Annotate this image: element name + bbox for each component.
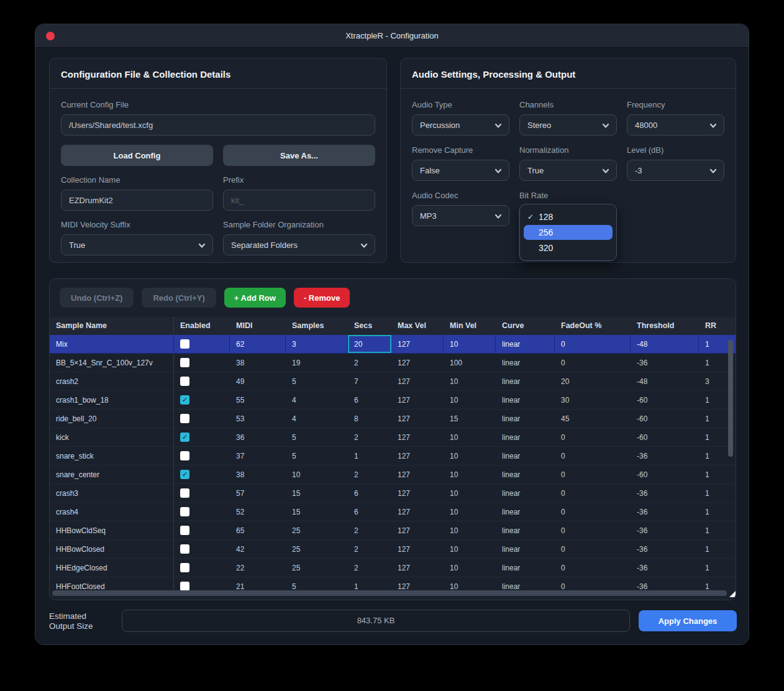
current-config-file-input[interactable] <box>61 114 375 135</box>
cell-min-vel[interactable]: 10 <box>444 447 496 465</box>
column-header-enabled[interactable]: Enabled <box>174 317 230 335</box>
cell-curve[interactable]: linear <box>496 484 555 502</box>
cell-rr[interactable]: 1 <box>699 503 736 521</box>
cell-secs[interactable]: 2 <box>348 521 391 539</box>
cell-max-vel[interactable]: 127 <box>391 484 444 502</box>
cell-threshold[interactable]: -60 <box>631 465 699 483</box>
cell-max-vel[interactable]: 127 <box>391 354 444 372</box>
cell-samples[interactable]: 25 <box>286 559 348 577</box>
frequency-select[interactable]: 48000 <box>627 114 724 135</box>
cell-fadeout-[interactable]: 45 <box>555 410 631 428</box>
enabled-checkbox[interactable]: ✓ <box>180 395 189 405</box>
column-header-threshold[interactable]: Threshold <box>631 317 699 335</box>
save-as-button[interactable]: Save As... <box>223 145 375 166</box>
close-button[interactable] <box>46 32 55 40</box>
sample-name-cell[interactable]: HHEdgeClosed <box>50 559 174 577</box>
cell-fadeout-[interactable]: 0 <box>555 354 631 372</box>
cell-curve[interactable]: linear <box>496 335 555 353</box>
cell-curve[interactable]: linear <box>496 372 555 390</box>
table-row[interactable]: snare_stick375112710linear0-361 <box>50 447 736 465</box>
cell-curve[interactable]: linear <box>496 559 555 577</box>
cell-midi[interactable]: 65 <box>230 521 286 539</box>
apply-changes-button[interactable]: Apply Changes <box>639 610 737 631</box>
cell-fadeout-[interactable]: 0 <box>555 559 631 577</box>
cell-threshold[interactable]: -60 <box>631 428 699 446</box>
undo-button[interactable]: Undo (Ctrl+Z) <box>60 288 134 308</box>
enabled-checkbox[interactable]: ✓ <box>180 470 189 479</box>
enabled-checkbox[interactable] <box>180 563 189 572</box>
cell-threshold[interactable]: -48 <box>631 372 699 390</box>
sample-name-cell[interactable]: kick <box>50 428 174 446</box>
sample-name-cell[interactable]: ride_bell_20 <box>50 410 174 428</box>
cell-curve[interactable]: linear <box>496 540 555 558</box>
cell-min-vel[interactable]: 10 <box>444 540 496 558</box>
channels-select[interactable]: Stereo <box>519 114 617 135</box>
enabled-checkbox[interactable] <box>180 451 189 460</box>
midi-velocity-suffix-select[interactable]: True <box>61 234 213 255</box>
sample-name-cell[interactable]: crash2 <box>50 372 174 390</box>
cell-fadeout-[interactable]: 0 <box>555 447 631 465</box>
cell-max-vel[interactable]: 127 <box>391 559 444 577</box>
cell-secs[interactable]: 7 <box>348 372 391 390</box>
enabled-checkbox[interactable] <box>180 488 189 498</box>
enabled-checkbox[interactable] <box>180 339 189 349</box>
sample-name-cell[interactable]: Mix <box>50 335 174 353</box>
column-header-max-vel[interactable]: Max Vel <box>391 317 444 335</box>
cell-fadeout-[interactable]: 0 <box>555 521 631 539</box>
enabled-checkbox[interactable] <box>180 544 189 554</box>
bit-rate-option-128[interactable]: ✓128 <box>524 209 613 224</box>
table-row[interactable]: Mix6232012710linear0-481 <box>50 335 736 354</box>
cell-secs[interactable]: 2 <box>348 540 391 558</box>
enabled-checkbox[interactable] <box>180 414 189 423</box>
cell-curve[interactable]: linear <box>496 465 555 483</box>
cell-min-vel[interactable]: 10 <box>444 391 496 409</box>
enabled-checkbox[interactable] <box>180 358 189 367</box>
table-row[interactable]: kick✓365212710linear0-601 <box>50 428 736 447</box>
cell-samples[interactable]: 5 <box>286 372 348 390</box>
column-header-secs[interactable]: Secs <box>348 317 391 335</box>
audio-type-select[interactable]: Percussion <box>412 114 509 135</box>
cell-min-vel[interactable]: 100 <box>444 354 496 372</box>
table-row[interactable]: BB_5×14_Snr_C_100v_127v38192127100linear… <box>50 354 736 372</box>
sample-name-cell[interactable]: BB_5×14_Snr_C_100v_127v <box>50 354 174 372</box>
cell-midi[interactable]: 52 <box>230 503 286 521</box>
column-header-rr[interactable]: RR <box>699 317 736 335</box>
cell-secs[interactable]: 8 <box>348 410 391 428</box>
cell-midi[interactable]: 49 <box>230 372 286 390</box>
enabled-checkbox[interactable]: ✓ <box>180 432 189 442</box>
enabled-checkbox[interactable] <box>180 582 189 591</box>
cell-threshold[interactable]: -60 <box>631 391 699 409</box>
cell-threshold[interactable]: -36 <box>631 521 699 539</box>
cell-samples[interactable]: 19 <box>286 354 348 372</box>
cell-samples[interactable]: 10 <box>286 465 348 483</box>
prefix-input[interactable] <box>223 190 375 211</box>
cell-min-vel[interactable]: 10 <box>444 428 496 446</box>
column-header-sample-name[interactable]: Sample Name <box>50 317 174 335</box>
cell-curve[interactable]: linear <box>496 447 555 465</box>
enabled-checkbox[interactable] <box>180 507 189 516</box>
cell-midi[interactable]: 42 <box>230 540 286 558</box>
sample-name-cell[interactable]: crash3 <box>50 484 174 502</box>
cell-max-vel[interactable]: 127 <box>391 410 444 428</box>
cell-max-vel[interactable]: 127 <box>391 391 444 409</box>
remove-row-button[interactable]: - Remove <box>294 288 350 308</box>
sample-folder-organization-select[interactable]: Separated Folders <box>223 234 375 255</box>
sample-name-cell[interactable]: crash4 <box>50 503 174 521</box>
add-row-button[interactable]: + Add Row <box>224 288 286 308</box>
cell-secs[interactable]: 2 <box>348 559 391 577</box>
cell-fadeout-[interactable]: 0 <box>555 428 631 446</box>
cell-fadeout-[interactable]: 20 <box>555 372 631 390</box>
cell-max-vel[interactable]: 127 <box>391 447 444 465</box>
cell-secs[interactable]: 1 <box>348 447 391 465</box>
cell-samples[interactable]: 5 <box>286 447 348 465</box>
cell-samples[interactable]: 5 <box>286 428 348 446</box>
cell-threshold[interactable]: -36 <box>631 484 699 502</box>
cell-max-vel[interactable]: 127 <box>391 503 444 521</box>
table-row[interactable]: crash35715612710linear0-361 <box>50 484 736 503</box>
cell-min-vel[interactable]: 10 <box>444 559 496 577</box>
cell-threshold[interactable]: -36 <box>631 503 699 521</box>
cell-curve[interactable]: linear <box>496 391 555 409</box>
cell-threshold[interactable]: -36 <box>631 559 699 577</box>
cell-fadeout-[interactable]: 0 <box>555 335 631 353</box>
sample-name-cell[interactable]: HHBowCldSeq <box>50 521 174 539</box>
